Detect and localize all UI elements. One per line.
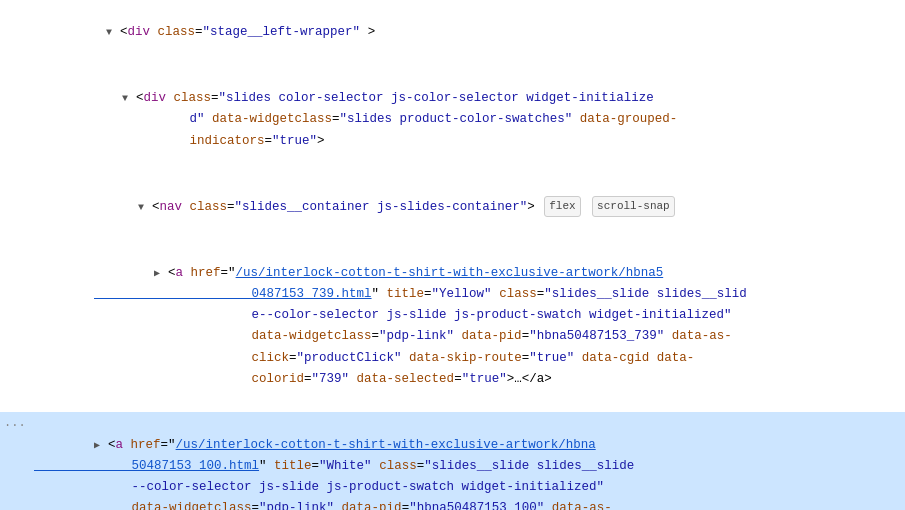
expand-icon[interactable] xyxy=(106,22,120,43)
flex-badge: flex xyxy=(544,196,580,217)
row-content: <a href="/us/interlock-cotton-t-shirt-wi… xyxy=(30,413,905,510)
row-gutter xyxy=(0,175,30,177)
row-content: <div class="stage__left-wrapper" > xyxy=(30,1,905,65)
table-row: <div class="stage__left-wrapper" > xyxy=(0,0,905,66)
expand-icon[interactable] xyxy=(122,88,136,109)
table-row: <nav class="slides__container js-slides-… xyxy=(0,174,905,240)
row-content: <div class="slides color-selector js-col… xyxy=(30,67,905,173)
row-gutter xyxy=(0,67,30,69)
table-row: <a href="/us/interlock-cotton-t-shirt-wi… xyxy=(0,240,905,412)
row-content: <nav class="slides__container js-slides-… xyxy=(30,175,905,239)
dom-tree: <div class="stage__left-wrapper" > <div … xyxy=(0,0,905,510)
expand-icon[interactable] xyxy=(138,197,152,218)
expand-icon[interactable] xyxy=(154,263,168,284)
ellipsis-gutter: ... xyxy=(0,413,30,433)
table-row: ... <a href="/us/interlock-cotton-t-shir… xyxy=(0,412,905,510)
devtools-panel: <div class="stage__left-wrapper" > <div … xyxy=(0,0,905,510)
row-content: <a href="/us/interlock-cotton-t-shirt-wi… xyxy=(30,241,905,411)
table-row: <div class="slides color-selector js-col… xyxy=(0,66,905,174)
row-gutter xyxy=(0,1,30,3)
scroll-snap-badge: scroll-snap xyxy=(592,196,675,217)
row-gutter xyxy=(0,241,30,243)
expand-icon[interactable] xyxy=(94,435,108,456)
